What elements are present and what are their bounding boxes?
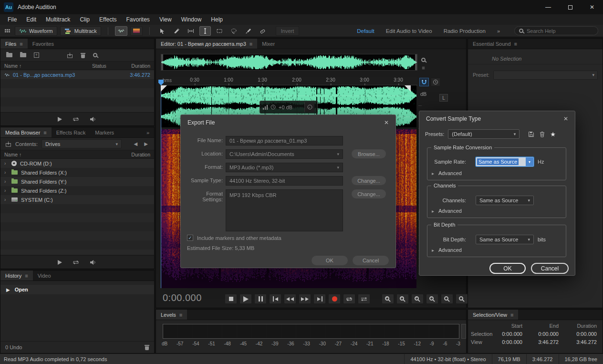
tab-essential-sound[interactable]: Essential Sound ≡	[468, 39, 522, 49]
minimize-button[interactable]: —	[537, 0, 559, 14]
view-end-value[interactable]: 3:46.272	[522, 339, 559, 345]
file-row[interactable]: 01 - Вр...до рассвета.mp3 3:46.272	[0, 70, 154, 79]
expand-chevron-icon[interactable]: ›	[4, 161, 8, 166]
fade-out-handle[interactable]	[405, 85, 411, 92]
format-dropdown[interactable]: MP3 Audio (*.mp3)▾	[226, 163, 343, 172]
panel-menu-icon[interactable]: ≡	[514, 41, 517, 47]
menu-edit[interactable]: Edit	[21, 14, 41, 25]
drive-row[interactable]: › SYSTEM (C:)	[0, 195, 154, 204]
contents-dropdown[interactable]: Drives ▾	[42, 139, 122, 148]
search-help-input[interactable]	[527, 28, 593, 34]
menu-file[interactable]: File	[3, 14, 21, 25]
selection-duration-value[interactable]: 0:00.000	[559, 331, 597, 337]
include-markers-checkbox[interactable]: ✓	[187, 235, 193, 241]
panel-menu-icon[interactable]: ≡	[510, 312, 513, 318]
paintbrush-selection-tool[interactable]	[242, 26, 254, 36]
tab-favorites[interactable]: Favorites	[28, 39, 59, 49]
zoom-in-time-button[interactable]	[411, 294, 424, 304]
save-preset-icon[interactable]	[528, 131, 534, 137]
preview-play-icon[interactable]	[58, 260, 62, 265]
clear-history-icon[interactable]	[145, 344, 149, 350]
expand-chevron-icon[interactable]: ›	[4, 197, 8, 202]
delete-preset-icon[interactable]	[540, 131, 545, 137]
export-dialog-close-icon[interactable]: ✕	[384, 119, 389, 126]
workspace-grid-icon[interactable]	[5, 29, 10, 32]
media-col-name[interactable]: Name ↑	[4, 152, 121, 157]
dropdown-icon[interactable]: ▾	[526, 157, 533, 166]
panel-menu-icon[interactable]: ≡	[43, 130, 46, 135]
waveform-mode-button[interactable]: Waveform	[15, 26, 57, 36]
open-file-icon[interactable]	[6, 53, 12, 57]
lasso-selection-tool[interactable]	[228, 26, 239, 36]
export-dialog-titlebar[interactable]: Export File ✕	[181, 115, 395, 130]
tab-selection-view[interactable]: Selection/View ≡	[468, 310, 518, 320]
sample-rate-combo[interactable]: Same as Source ▾	[476, 157, 534, 166]
navigator-menu-icon[interactable]: ≡	[422, 65, 425, 71]
zoom-to-selection-button[interactable]	[441, 294, 453, 304]
export-ok-button[interactable]: OK	[312, 256, 348, 265]
workspace-default[interactable]: Default	[357, 28, 374, 34]
playhead-time-display[interactable]: 0:00.000	[163, 292, 202, 303]
multitrack-mode-button[interactable]: Multitrack	[60, 26, 101, 36]
rewind-button[interactable]	[284, 294, 296, 304]
timeline-ruler[interactable]: hms 0:30 1:00 1:30 2:00 2:30 3:00 3:30	[161, 77, 417, 85]
sample-rate-advanced-toggle[interactable]: ▸ Advanced	[432, 170, 462, 176]
files-col-status[interactable]: Status	[92, 63, 121, 69]
navigator-left-handle[interactable]	[161, 54, 163, 70]
tab-history[interactable]: History ≡	[0, 270, 33, 281]
back-arrow-icon[interactable]: ◀	[133, 141, 139, 146]
autoplay-speaker-icon[interactable]	[90, 260, 97, 265]
tab-effects-rack[interactable]: Effects Rack	[52, 127, 91, 137]
new-file-icon[interactable]: +	[34, 52, 39, 58]
zoom-reset-button[interactable]	[456, 294, 468, 304]
file-name-input[interactable]: 01 - Время до рассвета_01.mp3	[226, 136, 343, 146]
loop-playback-button[interactable]	[343, 294, 355, 304]
panel-menu-icon[interactable]: ≡	[20, 41, 22, 47]
waveform-view-toggle[interactable]	[115, 26, 127, 36]
channels-combo[interactable]: Same as Source ▾	[476, 196, 534, 205]
menu-multitrack[interactable]: Multitrack	[41, 14, 75, 25]
format-settings-change-button[interactable]: Change...	[352, 189, 386, 198]
autoplay-speaker-icon[interactable]	[90, 116, 97, 122]
preset-dropdown[interactable]: ▾	[493, 71, 598, 80]
spot-healing-tool[interactable]	[257, 26, 268, 36]
menu-view[interactable]: View	[155, 14, 177, 25]
add-to-files-icon[interactable]	[5, 141, 11, 147]
forward-arrow-icon[interactable]: ▶	[143, 141, 149, 146]
more-panels-icon[interactable]: »	[142, 127, 154, 137]
record-button[interactable]	[328, 294, 341, 304]
media-col-duration[interactable]: Duration	[121, 152, 150, 157]
panel-menu-icon[interactable]: ≡	[250, 41, 252, 47]
drive-row[interactable]: › Shared Folders (Y:)	[0, 177, 154, 186]
view-start-value[interactable]: 0:00.000	[496, 339, 522, 345]
menu-favorites[interactable]: Favorites	[122, 14, 155, 25]
expand-chevron-icon[interactable]: ›	[4, 188, 8, 193]
menu-help[interactable]: Help	[206, 14, 228, 25]
sample-type-change-button[interactable]: Change...	[352, 176, 386, 185]
move-tool[interactable]	[156, 26, 168, 36]
preview-play-icon[interactable]	[58, 117, 62, 122]
view-duration-value[interactable]: 3:46.272	[559, 339, 597, 345]
navigator-zoom-icon[interactable]	[421, 58, 426, 62]
drive-row[interactable]: › CD-ROM (D:)	[0, 159, 154, 168]
maximize-button[interactable]	[559, 0, 581, 14]
drive-row[interactable]: › Shared Folders (Z:)	[0, 186, 154, 195]
delete-file-icon[interactable]	[81, 52, 85, 58]
loop-preview-icon[interactable]	[73, 116, 79, 122]
navigator-waveform-canvas[interactable]	[161, 54, 417, 70]
favorite-preset-icon[interactable]: ★	[550, 131, 556, 138]
convert-dialog-titlebar[interactable]: Convert Sample Type ✕	[419, 111, 575, 126]
navigator-right-handle[interactable]	[415, 54, 417, 70]
history-entry-open[interactable]: ▶ Open	[0, 285, 154, 294]
stop-button[interactable]	[225, 294, 237, 304]
export-cancel-button[interactable]: Cancel	[353, 256, 389, 265]
location-dropdown[interactable]: C:\Users\Admin\Documents▾	[226, 149, 343, 159]
hud-volume-value[interactable]: +0 dB	[279, 104, 292, 110]
sample-type-field[interactable]: 44100 Hz Stereo, 32-bit	[226, 176, 343, 186]
menu-clip[interactable]: Clip	[75, 14, 94, 25]
expand-chevron-icon[interactable]: ›	[4, 179, 8, 184]
zoom-in-button[interactable]	[382, 294, 394, 304]
skip-to-start-button[interactable]	[269, 294, 281, 304]
more-workspaces-icon[interactable]: »	[497, 28, 500, 34]
convert-dialog-close-icon[interactable]: ✕	[563, 115, 568, 122]
